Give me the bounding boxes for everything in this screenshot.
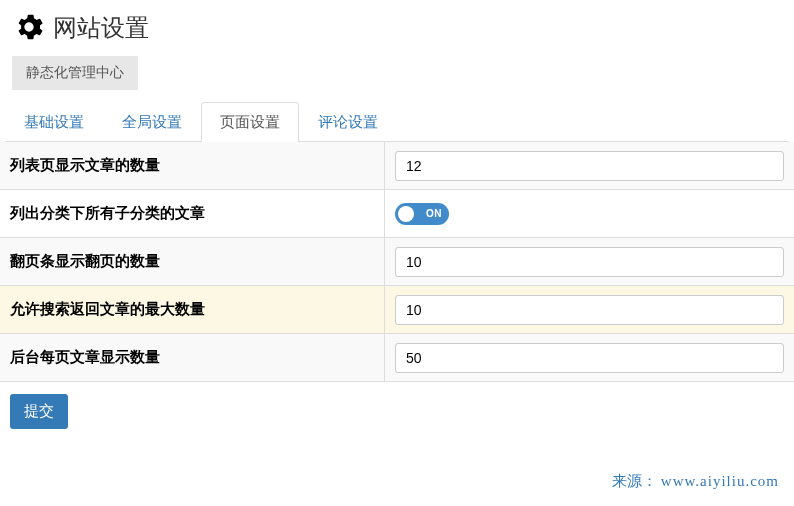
settings-row-list-count: 列表页显示文章的数量	[0, 142, 794, 190]
submit-area: 提交	[0, 382, 794, 441]
settings-table: 列表页显示文章的数量 列出分类下所有子分类的文章 ON 翻页条显示翻页的数量 允…	[0, 142, 794, 382]
toggle-state: ON	[426, 208, 442, 219]
setting-value	[385, 286, 794, 333]
breadcrumb-item[interactable]: 静态化管理中心	[12, 56, 138, 90]
setting-label: 后台每页文章显示数量	[0, 334, 385, 381]
setting-value	[385, 334, 794, 381]
submit-button[interactable]: 提交	[10, 394, 68, 429]
source-link[interactable]: www.aiyiliu.com	[661, 473, 779, 489]
list-count-input[interactable]	[395, 151, 784, 181]
page-title: 网站设置	[53, 12, 149, 44]
page-header: 网站设置	[0, 0, 794, 52]
tab-comment[interactable]: 评论设置	[299, 102, 397, 142]
setting-label: 翻页条显示翻页的数量	[0, 238, 385, 285]
tab-page[interactable]: 页面设置	[201, 102, 299, 142]
setting-label: 列出分类下所有子分类的文章	[0, 190, 385, 237]
settings-row-admin-page-count: 后台每页文章显示数量	[0, 334, 794, 382]
settings-row-sub-category: 列出分类下所有子分类的文章 ON	[0, 190, 794, 238]
tab-global[interactable]: 全局设置	[103, 102, 201, 142]
tabs: 基础设置 全局设置 页面设置 评论设置	[5, 102, 789, 142]
tab-basic[interactable]: 基础设置	[5, 102, 103, 142]
setting-value	[385, 142, 794, 189]
setting-label: 允许搜索返回文章的最大数量	[0, 286, 385, 333]
breadcrumb: 静态化管理中心	[12, 56, 782, 90]
setting-label: 列表页显示文章的数量	[0, 142, 385, 189]
gear-icon	[15, 13, 43, 44]
footer-source: 来源： www.aiyiliu.com	[612, 472, 779, 491]
setting-value: ON	[385, 190, 794, 237]
pager-count-input[interactable]	[395, 247, 784, 277]
search-max-input[interactable]	[395, 295, 784, 325]
toggle-knob-icon	[398, 206, 414, 222]
sub-category-toggle[interactable]: ON	[395, 203, 449, 225]
settings-row-pager-count: 翻页条显示翻页的数量	[0, 238, 794, 286]
admin-page-count-input[interactable]	[395, 343, 784, 373]
source-prefix: 来源：	[612, 473, 657, 489]
settings-row-search-max: 允许搜索返回文章的最大数量	[0, 286, 794, 334]
setting-value	[385, 238, 794, 285]
